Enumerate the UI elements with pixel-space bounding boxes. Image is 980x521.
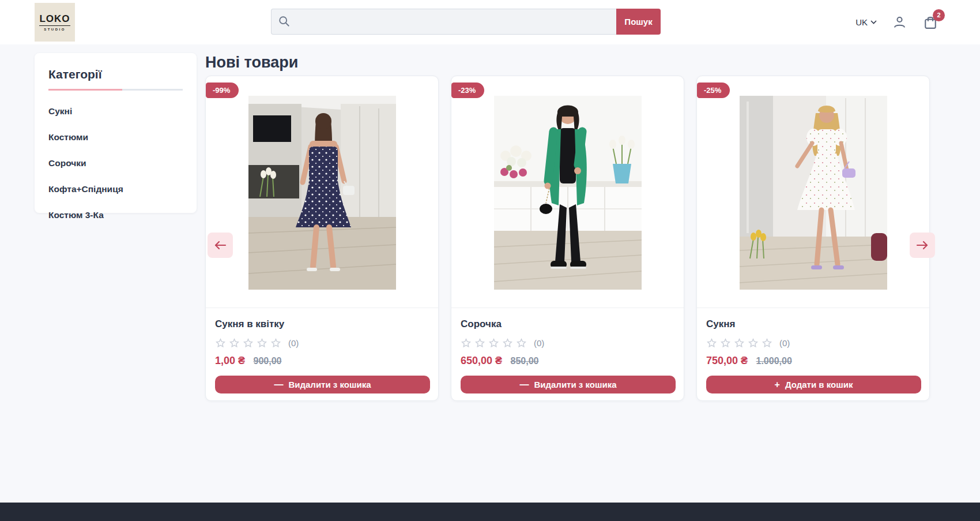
- star-icon: [229, 338, 240, 348]
- chevron-down-icon: [870, 20, 877, 24]
- product-old-price: 850,00: [511, 356, 539, 366]
- discount-badge: -99%: [206, 83, 239, 98]
- star-icon: [734, 338, 745, 348]
- sidebar-item-sukni[interactable]: Сукні: [48, 106, 183, 117]
- button-label: Видалити з кошика: [534, 380, 616, 389]
- product-name[interactable]: Сукня в квітку: [215, 318, 429, 330]
- arrow-right-icon: [916, 241, 929, 250]
- sidebar-item-kostium-3ka[interactable]: Костюм 3-Ка: [48, 210, 183, 220]
- product-info: Сукня в квітку (0) 1,00 ₴ 900,00: [206, 308, 438, 393]
- product-price: 750,00 ₴: [706, 355, 748, 366]
- language-label: UK: [855, 17, 868, 27]
- header: LOKO STUDIO Пошук UK: [0, 0, 980, 44]
- rating-row: (0): [706, 338, 920, 348]
- header-actions: UK 2: [855, 0, 938, 44]
- remove-from-cart-button[interactable]: — Видалити з кошика: [215, 376, 430, 393]
- product-image: [248, 96, 396, 290]
- minus-icon: —: [519, 380, 529, 390]
- product-info: Сукня (0) 750,00 ₴ 1.000,00 +: [697, 308, 929, 393]
- arrow-left-icon: [214, 241, 227, 250]
- ottoman: [871, 233, 887, 261]
- product-old-price: 1.000,00: [756, 356, 792, 366]
- categories-panel: Категорії Сукні Костюми Сорочки Кофта+Сп…: [35, 53, 197, 213]
- remove-from-cart-button[interactable]: — Видалити з кошика: [461, 376, 676, 393]
- rating-count: (0): [779, 338, 790, 348]
- rating-count: (0): [288, 338, 299, 348]
- product-price: 650,00 ₴: [461, 355, 502, 366]
- categories-nav: Сукні Костюми Сорочки Кофта+Спідниця Кос…: [48, 106, 183, 220]
- star-icon: [748, 338, 759, 348]
- add-to-cart-button[interactable]: + Додати в кошик: [706, 376, 921, 393]
- product-price: 1,00 ₴: [215, 355, 245, 366]
- price-row: 650,00 ₴ 850,00: [461, 355, 674, 367]
- footer: [0, 503, 980, 521]
- page-title: Нові товари: [205, 54, 298, 72]
- product-image: [740, 96, 887, 290]
- product-name[interactable]: Сорочка: [461, 318, 674, 330]
- product-card[interactable]: -23%: [451, 76, 684, 401]
- star-icon: [502, 338, 513, 348]
- logo-text: LOKO: [39, 13, 70, 26]
- plus-icon: +: [775, 380, 780, 390]
- product-old-price: 900,00: [254, 356, 282, 366]
- account-button[interactable]: [892, 14, 907, 30]
- star-icon: [762, 338, 772, 348]
- sidebar-item-kofta-spidnytsia[interactable]: Кофта+Спідниця: [48, 184, 183, 194]
- language-selector[interactable]: UK: [855, 17, 877, 27]
- new-products-carousel: -99%: [205, 76, 930, 401]
- star-icon: [474, 338, 485, 348]
- product-name[interactable]: Сукня: [706, 318, 920, 330]
- product-media: -99%: [206, 76, 438, 308]
- price-row: 1,00 ₴ 900,00: [215, 355, 429, 367]
- discount-badge: -23%: [451, 83, 484, 98]
- search-input[interactable]: [271, 9, 616, 35]
- star-icon: [461, 338, 472, 348]
- product-media: -25%: [697, 76, 929, 308]
- product-image: [494, 96, 642, 290]
- star-icon: [215, 338, 226, 348]
- logo-subtext: STUDIO: [44, 28, 66, 31]
- product-card[interactable]: -99%: [205, 76, 439, 401]
- star-icon: [706, 338, 717, 348]
- logo[interactable]: LOKO STUDIO: [35, 3, 75, 42]
- sidebar-item-sorochky[interactable]: Сорочки: [48, 158, 183, 168]
- discount-badge: -25%: [697, 83, 730, 98]
- product-media: -23%: [451, 76, 684, 308]
- price-row: 750,00 ₴ 1.000,00: [706, 355, 920, 367]
- button-label: Додати в кошик: [785, 380, 853, 389]
- user-icon: [892, 14, 907, 30]
- product-card[interactable]: -25%: [696, 76, 930, 401]
- product-info: Сорочка (0) 650,00 ₴ 850,00 —: [451, 308, 684, 393]
- minus-icon: —: [274, 380, 283, 390]
- cart-button[interactable]: 2: [922, 14, 938, 31]
- star-icon: [516, 338, 527, 348]
- carousel-next-button[interactable]: [910, 233, 935, 258]
- categories-divider: [48, 89, 183, 91]
- carousel-prev-button[interactable]: [208, 233, 233, 258]
- star-icon: [270, 338, 281, 348]
- page: LOKO STUDIO Пошук UK: [0, 0, 980, 521]
- star-icon: [257, 338, 267, 348]
- search-button[interactable]: Пошук: [616, 9, 661, 35]
- rating-row: (0): [461, 338, 674, 348]
- star-icon: [720, 338, 731, 348]
- star-icon: [243, 338, 254, 348]
- categories-title: Категорії: [48, 68, 183, 81]
- rating-row: (0): [215, 338, 429, 348]
- button-label: Видалити з кошика: [288, 380, 371, 389]
- star-icon: [488, 338, 499, 348]
- sidebar-item-kostiumy[interactable]: Костюми: [48, 132, 183, 143]
- cart-count-badge: 2: [933, 9, 945, 21]
- search-bar: Пошук: [271, 9, 661, 35]
- rating-count: (0): [534, 338, 544, 348]
